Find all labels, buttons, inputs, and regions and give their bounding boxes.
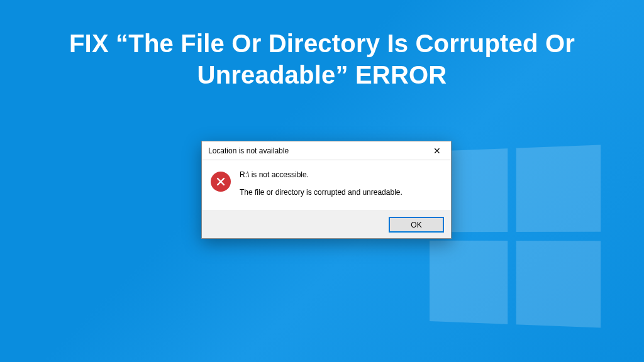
dialog-footer: OK xyxy=(202,211,451,238)
error-dialog: Location is not available ✕ R:\ is not a… xyxy=(201,141,452,239)
dialog-messages: R:\ is not accessible. The file or direc… xyxy=(240,170,402,197)
close-button[interactable]: ✕ xyxy=(423,141,451,160)
dialog-titlebar: Location is not available ✕ xyxy=(202,141,451,160)
dialog-title: Location is not available xyxy=(208,146,423,155)
close-icon: ✕ xyxy=(433,146,441,156)
page-headline: FIX “The File Or Directory Is Corrupted … xyxy=(0,28,644,90)
error-icon xyxy=(211,172,231,192)
windows-logo-watermark xyxy=(430,145,601,328)
ok-button[interactable]: OK xyxy=(389,217,443,232)
dialog-message-line2: The file or directory is corrupted and u… xyxy=(240,188,402,197)
dialog-message-line1: R:\ is not accessible. xyxy=(240,170,402,179)
dialog-body: R:\ is not accessible. The file or direc… xyxy=(202,160,451,211)
